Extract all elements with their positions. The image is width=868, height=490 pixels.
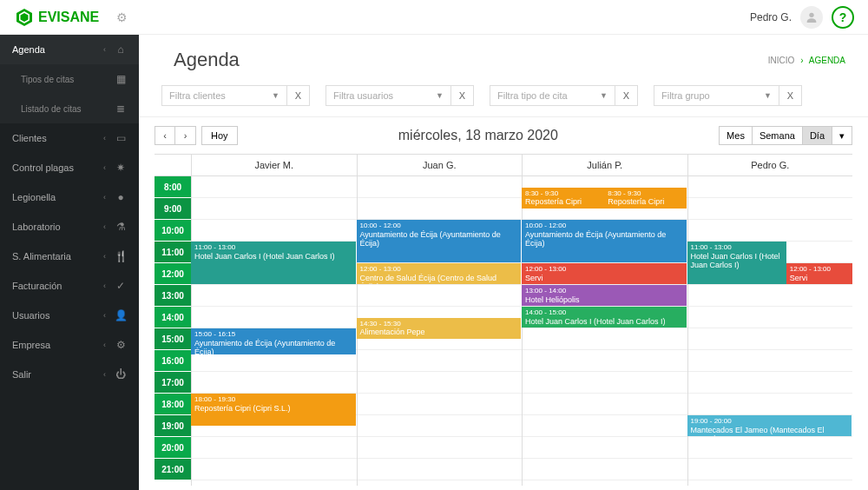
caret-down-icon: ▼ <box>436 91 444 100</box>
sidebar-item-salir[interactable]: Salir‹⏻ <box>0 360 139 389</box>
logo-hex-icon <box>14 7 35 28</box>
drop-icon: ● <box>115 191 127 203</box>
chevron-left-icon: ‹ <box>103 134 106 142</box>
calendar-event[interactable]: 14:00 - 15:00Hotel Juan Carlos I (Hotel … <box>522 307 687 328</box>
sidebar-item-empresa[interactable]: Empresa‹⚙ <box>0 330 139 360</box>
time-slot: 16:00 <box>155 350 191 372</box>
calendar-event[interactable]: 18:00 - 19:30Repostería Cipri (Cipri S.L… <box>191 394 356 426</box>
calendar-title: miércoles, 18 marzo 2020 <box>238 128 720 143</box>
calendar-event[interactable]: 12:00 - 13:00Centro de Salud Écija (Cent… <box>357 263 522 284</box>
filter-clear-button[interactable]: X <box>287 85 310 106</box>
calendar-grid: Javier M.Juan G.Julián P.Pedro G. 8:009:… <box>155 154 852 486</box>
calendar-body[interactable]: 8:009:0010:0011:0012:0013:0014:0015:0016… <box>155 176 852 486</box>
sidebar-subitem-listado-de-citas[interactable]: Listado de citas≣ <box>0 94 139 123</box>
main-content: Agenda INICIO › AGENDA Filtra clientes▼X… <box>139 35 868 490</box>
sidebar-item-usuarios[interactable]: Usuarios‹👤 <box>0 301 139 330</box>
chevron-left-icon: ‹ <box>103 311 106 320</box>
time-slot: 12:00 <box>155 263 191 285</box>
sidebar-item-facturación[interactable]: Facturación‹✓ <box>0 271 139 301</box>
calendar-event[interactable]: 15:00 - 16:15Ayuntamiento de Écija (Ayun… <box>191 328 356 354</box>
resource-header: Javier M. <box>191 155 357 175</box>
view-more-button[interactable]: ▾ <box>832 126 852 145</box>
chevron-left-icon: ‹ <box>103 252 106 261</box>
filter-clear-button[interactable]: X <box>451 85 474 106</box>
chevron-left-icon: ‹ <box>103 45 106 54</box>
sidebar: Agenda‹⌂Tipos de citas▦Listado de citas≣… <box>0 35 139 490</box>
calendar-event[interactable]: 11:00 - 13:00Hotel Juan Carlos I (Hotel … <box>687 242 786 284</box>
chevron-left-icon: ‹ <box>103 163 106 172</box>
caret-down-icon: ▼ <box>272 91 279 100</box>
logo-text: EVISANE <box>38 10 99 25</box>
breadcrumb-active: AGENDA <box>809 56 845 65</box>
time-slot: 14:00 <box>155 307 191 328</box>
calendar-event[interactable]: 12:00 - 13:00Servi <box>522 263 687 284</box>
filter-clear-button[interactable]: X <box>779 85 802 106</box>
power-icon: ⏻ <box>115 368 127 381</box>
calendar-event[interactable]: 8:30 - 9:30Repostería Cipri <box>604 188 686 209</box>
filter-select[interactable]: Filtra usuarios▼ <box>326 85 451 106</box>
chevron-left-icon: ‹ <box>103 222 106 231</box>
calendar-event[interactable]: 8:30 - 9:30Repostería Cipri <box>522 188 604 209</box>
sidebar-subitem-tipos-de-citas[interactable]: Tipos de citas▦ <box>0 64 139 94</box>
calendar-event[interactable]: 10:00 - 12:00Ayuntamiento de Écija (Ayun… <box>357 220 522 262</box>
time-slot: 13:00 <box>155 285 191 307</box>
calendar-event[interactable]: 14:30 - 15:30Alimentación Pepe <box>357 318 522 339</box>
time-slot: 20:00 <box>155 437 191 459</box>
home-icon: ⌂ <box>115 43 127 56</box>
sidebar-item-control-plagas[interactable]: Control plagas‹✷ <box>0 153 139 182</box>
time-slot: 11:00 <box>155 242 191 263</box>
time-slot: 19:00 <box>155 415 191 437</box>
svg-point-3 <box>809 12 813 17</box>
calendar-event[interactable]: 13:00 - 14:00Hotel Heliópolis <box>522 285 687 306</box>
logo[interactable]: EVISANE <box>14 7 99 28</box>
filters-bar: Filtra clientes▼XFiltra usuarios▼XFiltra… <box>139 80 868 117</box>
prev-button[interactable]: ‹ <box>155 126 175 145</box>
resource-header: Pedro G. <box>687 155 853 175</box>
bug-icon: ✷ <box>115 162 127 174</box>
time-slot: 18:00 <box>155 394 191 415</box>
today-button[interactable]: Hoy <box>201 126 238 145</box>
breadcrumb-root[interactable]: INICIO <box>768 56 795 65</box>
calendar-event[interactable]: 11:00 - 13:00Hotel Juan Carlos I (Hotel … <box>191 242 356 284</box>
gear-icon: ⚙ <box>115 339 127 351</box>
time-slot: 15:00 <box>155 328 191 350</box>
sidebar-item-clientes[interactable]: Clientes‹▭ <box>0 123 139 153</box>
chevron-left-icon: ‹ <box>103 341 106 349</box>
filter-clear-button[interactable]: X <box>615 85 638 106</box>
filter-select[interactable]: Filtra grupo▼ <box>654 85 779 106</box>
view-day-button[interactable]: Día <box>803 126 832 145</box>
view-month-button[interactable]: Mes <box>719 126 753 145</box>
calendar-event[interactable]: 19:00 - 20:00Mantecados El Jameo (Mantec… <box>687 415 852 436</box>
chevron-left-icon: ‹ <box>103 370 106 379</box>
cutlery-icon: 🍴 <box>115 250 127 262</box>
calendar-icon: ▦ <box>115 73 127 85</box>
resource-header: Juan G. <box>357 155 523 175</box>
avatar[interactable] <box>800 6 823 29</box>
sidebar-item-laboratorio[interactable]: Laboratorio‹⚗ <box>0 212 139 242</box>
resource-header: Julián P. <box>522 155 687 175</box>
next-button[interactable]: › <box>175 126 196 145</box>
filter-select[interactable]: Filtra clientes▼ <box>161 85 287 106</box>
time-slot: 8:00 <box>155 176 191 198</box>
sidebar-item-legionella[interactable]: Legionella‹● <box>0 182 139 212</box>
filter-select[interactable]: Filtra tipo de cita▼ <box>490 85 615 106</box>
calendar-event[interactable]: 12:00 - 13:00Servi <box>786 263 852 284</box>
time-slot: 9:00 <box>155 198 191 220</box>
calendar-toolbar: ‹ › Hoy miércoles, 18 marzo 2020 Mes Sem… <box>139 117 868 154</box>
sidebar-item-agenda[interactable]: Agenda‹⌂ <box>0 35 139 64</box>
time-slot: 17:00 <box>155 372 191 394</box>
flask-icon: ⚗ <box>115 221 127 233</box>
chevron-left-icon: ‹ <box>103 193 106 202</box>
user-icon: 👤 <box>115 309 127 321</box>
caret-down-icon: ▼ <box>764 91 772 100</box>
sidebar-item-s.-alimentaria[interactable]: S. Alimentaria‹🍴 <box>0 242 139 271</box>
caret-down-icon: ▼ <box>600 91 608 100</box>
chevron-right-icon: › <box>800 56 803 65</box>
view-week-button[interactable]: Semana <box>753 126 803 145</box>
time-slot: 21:00 <box>155 459 191 480</box>
topbar: EVISANE ⚙ Pedro G. ? <box>0 0 868 35</box>
help-button[interactable]: ? <box>832 6 854 29</box>
calendar-event[interactable]: 10:00 - 12:00Ayuntamiento de Écija (Ayun… <box>522 220 687 262</box>
chart-icon: ✓ <box>115 280 127 292</box>
settings-gear-icon[interactable]: ⚙ <box>116 10 128 24</box>
